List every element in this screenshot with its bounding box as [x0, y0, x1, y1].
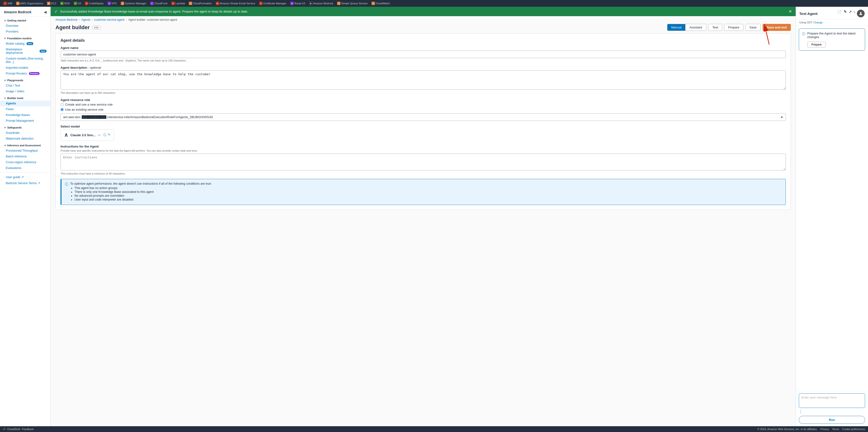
sidebar-item-agents[interactable]: Agents: [0, 100, 51, 106]
prepare-button[interactable]: Prepare: [724, 24, 743, 31]
sidebar-item-prompt-routers[interactable]: Prompt Routers Preview: [0, 71, 51, 76]
breadcrumb-amazon-bedrock[interactable]: Amazon Bedrock: [56, 18, 78, 22]
banner-check-icon: ✓: [55, 9, 58, 14]
select-model-group: Select model ∧ Claude 3.5 Son... v1 ⓘ ✎: [61, 125, 786, 141]
nav-sqs[interactable]: S Simple Queue Service: [336, 1, 369, 5]
agent-description-group: Agent description - optional You are the…: [61, 66, 786, 94]
save-button[interactable]: Save: [745, 24, 761, 31]
breadcrumb: Amazon Bedrock › Agents › customer-servi…: [51, 16, 796, 23]
agent-name-label: Agent name: [61, 46, 786, 50]
manual-button[interactable]: Manual: [668, 24, 686, 31]
sidebar-item-cross-region[interactable]: Cross-region inference: [0, 159, 51, 165]
sidebar-section-getting-started: ▼ Getting started: [0, 17, 51, 23]
nav-codedeploy[interactable]: C CodeDeploy: [84, 1, 105, 5]
instructions-help: Provide clear and specific instructions …: [61, 149, 786, 152]
prepare-info-icon: ⓘ: [802, 32, 805, 36]
agent-description-textarea[interactable]: You are the agent of our cat shop, use t…: [61, 70, 786, 90]
info-box-list: This agent has no action groups There is…: [70, 186, 212, 201]
nav-cloudfront[interactable]: C CloudFront: [149, 1, 169, 5]
nav-systems-manager[interactable]: S Systems Manager: [119, 1, 148, 5]
nav-cloudformation[interactable]: C CloudFormation: [187, 1, 213, 5]
model-selector[interactable]: ∧ Claude 3.5 Son... v1 ⓘ ✎: [61, 129, 114, 141]
terms-link[interactable]: Terms: [832, 428, 839, 431]
sidebar-item-knowledge-bases[interactable]: Knowledge Bases: [0, 112, 51, 118]
sidebar-item-evaluations[interactable]: Evaluations: [0, 165, 51, 171]
sidebar-item-batch-inference[interactable]: Batch inference: [0, 154, 51, 159]
sidebar-item-model-catalog[interactable]: Model catalog New: [0, 41, 51, 47]
sidebar-item-provisioned-throughput[interactable]: Provisioned Throughput: [0, 148, 51, 154]
sidebar-item-flows[interactable]: Flows: [0, 106, 51, 112]
chat-message-input[interactable]: Enter your message here: [799, 394, 865, 408]
sidebar-item-user-guide[interactable]: User guide ↗: [0, 174, 51, 180]
cert-icon: C: [259, 2, 262, 5]
model-info-icon[interactable]: ⓘ: [103, 133, 106, 137]
nav-ec2[interactable]: E EC2: [45, 1, 58, 5]
radio-new-service-role[interactable]: Create and use a new service role: [61, 103, 786, 106]
role-arn-select[interactable]: arn:aws:iam::███████████:role/service-ro…: [61, 113, 786, 121]
prepare-action-button[interactable]: Prepare: [807, 42, 826, 48]
sidebar-item-overview[interactable]: Overview: [0, 23, 51, 29]
sidebar-item-providers[interactable]: Providers: [0, 29, 51, 34]
info-badge[interactable]: Info: [92, 26, 101, 29]
content-area: Agent details Agent name Valid character…: [51, 33, 796, 215]
agent-description-label: Agent description - optional: [61, 66, 786, 69]
agent-name-help: Valid characters are a-z, A-Z, 0-9, _ (u…: [61, 59, 786, 62]
sidebar-item-guardrails[interactable]: Guardrails: [0, 130, 51, 136]
sidebar-collapse-icon[interactable]: ◀: [44, 10, 46, 14]
nav-rds[interactable]: R RDS: [59, 1, 71, 5]
page-header: Agent builder Info Manual Assistant Test…: [51, 23, 796, 33]
agent-name-group: Agent name Valid characters are a-z, A-Z…: [61, 46, 786, 62]
save-and-exit-button[interactable]: Save and exit: [763, 24, 791, 31]
nav-cert[interactable]: C Certificate Manager: [258, 1, 288, 5]
sidebar-item-marketplace[interactable]: Marketplace deployments New: [0, 47, 51, 56]
top-navigation: I IAM A AWS Organizations E EC2 R RDS S …: [0, 0, 868, 7]
sidebar-section-inference: ▼ Inference and Assessment: [0, 142, 51, 148]
header-actions: Manual Assistant Test Prepare Save Save …: [667, 24, 791, 31]
sidebar-item-custom-models[interactable]: Custom models (fine-tuning, dist...): [0, 56, 51, 65]
nav-route53[interactable]: R Route 53: [289, 1, 307, 5]
sidebar-item-watermark-detection[interactable]: Watermark detection: [0, 136, 51, 142]
cloudshell-label[interactable]: CloudShell: [7, 428, 20, 431]
agent-name-input[interactable]: [61, 51, 786, 58]
instructions-textarea[interactable]: [61, 154, 786, 171]
odt-change-link[interactable]: Change: [813, 21, 823, 24]
privacy-link[interactable]: Privacy: [820, 428, 829, 431]
banner-close-button[interactable]: ✕: [789, 9, 792, 14]
run-button[interactable]: Run: [799, 416, 865, 424]
assistant-button[interactable]: Assistant: [685, 24, 706, 31]
nav-s3[interactable]: S S3: [72, 1, 83, 5]
vpc-icon: V: [107, 2, 111, 5]
prepare-message: Prepare the Agent to test the latest cha…: [807, 32, 862, 39]
panel-expand-icon[interactable]: ➚: [849, 10, 852, 18]
nav-vpc[interactable]: V VPC: [106, 1, 119, 5]
sidebar-item-service-terms[interactable]: Bedrock Service Terms ↗: [0, 180, 51, 186]
lambda-icon: λ: [172, 2, 175, 5]
test-agent-title: Test Agent: [799, 11, 817, 16]
panel-chevron-right-icon[interactable]: ›: [854, 10, 855, 18]
nav-iam[interactable]: I IAM: [2, 1, 14, 5]
breadcrumb-agent-name[interactable]: customer-service-agent: [94, 18, 124, 22]
panel-edit-icon[interactable]: ✎: [844, 10, 847, 18]
sidebar-item-prompt-management[interactable]: Prompt Management: [0, 118, 51, 124]
sidebar-item-imported-models[interactable]: Imported models: [0, 65, 51, 71]
right-panel: Test Agent 📄 ✎ ➚ › Using ODT Change ⓘ Pr…: [796, 7, 868, 426]
radio-existing-service-role[interactable]: Use an existing service role: [61, 108, 786, 112]
breadcrumb-agents[interactable]: Agents: [81, 18, 90, 22]
nav-bedrock[interactable]: B Amazon Bedrock: [308, 1, 335, 5]
model-edit-icon[interactable]: ✎: [108, 133, 111, 137]
chat-more-options-icon[interactable]: ⋮: [799, 409, 803, 414]
nav-ses[interactable]: A Amazon Simple Email Service: [214, 1, 257, 5]
nav-lambda[interactable]: λ Lambda: [170, 1, 187, 5]
nav-aws-org[interactable]: A AWS Organizations: [15, 1, 45, 5]
test-button[interactable]: Test: [708, 24, 722, 31]
cookie-preferences-link[interactable]: Cookie preferences: [842, 428, 865, 431]
instructions-group: Instructions for the Agent Provide clear…: [61, 145, 786, 175]
nav-cloudwatch[interactable]: C CloudWatch: [370, 1, 392, 5]
route53-icon: R: [290, 2, 294, 5]
sidebar-item-image-video[interactable]: Image / Video: [0, 89, 51, 94]
feedback-label[interactable]: Feedback: [22, 428, 33, 431]
info-box-item-3: No advanced prompts are overridden: [74, 194, 212, 197]
right-panel-header: Test Agent 📄 ✎ ➚ ›: [796, 7, 868, 20]
panel-page-icon[interactable]: 📄: [837, 10, 842, 18]
sidebar-item-chat-text[interactable]: Chat / Text: [0, 83, 51, 89]
